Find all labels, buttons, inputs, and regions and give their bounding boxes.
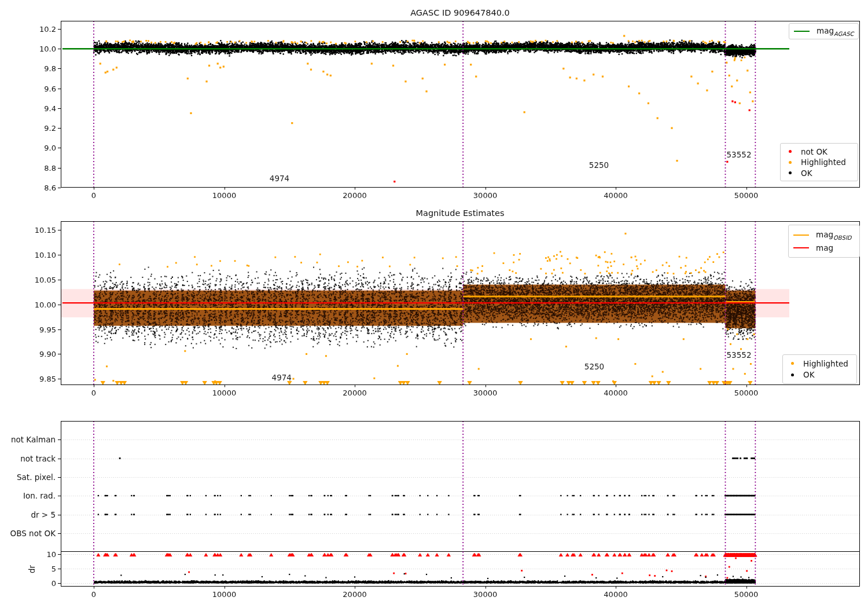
category-label: OBS not OK [2, 529, 56, 538]
x-tick-label: 0 [91, 389, 96, 397]
y-tick-label: 10.0 [20, 45, 56, 53]
legend-label: OK [803, 370, 814, 379]
dr-tick-label: 5 [20, 565, 56, 573]
y-tick-label: 9.2 [20, 124, 56, 133]
red-dot-icon [789, 150, 792, 153]
category-label: not Kalman [2, 435, 56, 444]
legend-row: OK [788, 370, 852, 379]
y-tick-label: 10.10 [20, 251, 56, 259]
obsid-annotation: 5250 [589, 160, 609, 170]
legend-mag-lines: magOBSID mag [788, 225, 860, 258]
x-tick-label: 10000 [212, 389, 236, 397]
x-tick-label: 20000 [343, 191, 366, 200]
y-tick-label: 9.6 [20, 84, 56, 93]
red-line-sample [793, 247, 809, 248]
figure: AGASC ID 909647840.0 Magnitude Estimates… [0, 0, 868, 608]
y-tick-label: 10.05 [20, 275, 56, 284]
obsid-annotation: 53552 [727, 350, 752, 360]
category-label: dr > 5 [2, 510, 56, 519]
x-tick-label: 30000 [473, 590, 497, 599]
legend-row: Highlighted [785, 158, 853, 167]
legend-label: not OK [801, 147, 827, 156]
black-dot-icon [789, 171, 792, 174]
green-line-sample [794, 31, 810, 32]
legend-row: mag [793, 243, 855, 252]
y-tick-label: 10.15 [20, 226, 56, 235]
x-tick-label: 0 [91, 191, 96, 200]
x-tick-label: 30000 [473, 191, 497, 200]
obsid-annotation: 4974 [272, 373, 292, 382]
y-tick-label: 8.6 [20, 183, 56, 192]
top-chart-title: AGASC ID 909647840.0 [61, 8, 859, 17]
legend-label: OK [801, 169, 812, 178]
x-tick-label: 30000 [473, 389, 497, 397]
black-dot-icon [791, 373, 794, 376]
y-tick-label: 9.4 [20, 104, 56, 112]
y-tick-label: 8.8 [20, 163, 56, 172]
x-tick-label: 50000 [734, 389, 758, 397]
y-tick-label: 10.2 [20, 24, 56, 33]
dr-tick-label: 0 [20, 579, 56, 588]
x-tick-label: 10000 [212, 590, 236, 599]
orange-dot-icon [789, 161, 792, 164]
legend-row: magAGASC [794, 26, 854, 37]
y-tick-label: 9.8 [20, 64, 56, 73]
obsid-annotation: 4974 [270, 174, 289, 183]
middle-chart-title: Magnitude Estimates [61, 208, 859, 218]
legend-label: magAGASC [816, 26, 854, 37]
legend-label: magOBSID [816, 230, 852, 241]
x-tick-label: 40000 [604, 191, 627, 200]
category-label: Ion. rad. [2, 491, 56, 500]
x-tick-label: 40000 [604, 389, 627, 397]
orange-dot-icon [791, 362, 794, 365]
category-label: Sat. pixel. [2, 473, 56, 482]
x-tick-label: 40000 [604, 590, 627, 599]
legend-middle-scatter: Highlighted OK [782, 354, 857, 384]
x-tick-label: 20000 [343, 590, 366, 599]
orange-line-sample [793, 235, 809, 236]
y-tick-label: 9.85 [20, 375, 56, 383]
obsid-annotation: 53552 [727, 150, 752, 159]
obsid-annotation: 5250 [584, 362, 604, 371]
x-tick-label: 10000 [212, 191, 236, 200]
legend-label: Highlighted [803, 359, 848, 368]
y-tick-label: 10.00 [20, 300, 56, 309]
x-tick-label: 50000 [734, 590, 758, 599]
legend-row: OK [785, 169, 853, 178]
legend-mag-agasc: magAGASC [789, 23, 859, 39]
figure-canvas [0, 0, 868, 608]
y-tick-label: 9.90 [20, 350, 56, 358]
x-tick-label: 0 [91, 590, 96, 599]
legend-row: magOBSID [793, 230, 855, 241]
legend-label: mag [816, 243, 833, 252]
category-label: not track [2, 454, 56, 463]
legend-row: not OK [785, 147, 853, 156]
x-tick-label: 20000 [343, 389, 366, 397]
legend-top-scatter: not OK Highlighted OK [780, 143, 858, 181]
legend-row: Highlighted [788, 359, 852, 368]
legend-label: Highlighted [801, 158, 846, 167]
y-tick-label: 9.95 [20, 325, 56, 334]
y-tick-label: 9.0 [20, 144, 56, 152]
x-tick-label: 50000 [734, 191, 758, 200]
dr-tick-label: 10 [20, 550, 56, 559]
